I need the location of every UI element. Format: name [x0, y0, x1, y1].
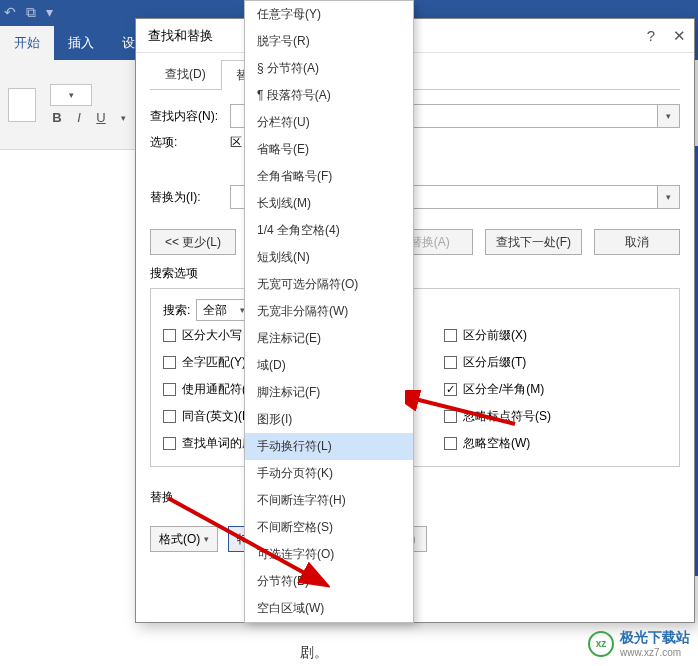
italic-button[interactable]: I [72, 110, 86, 125]
menu-item[interactable]: 手动换行符(L) [245, 433, 413, 460]
find-row: 查找内容(N): ▾ [150, 104, 680, 128]
watermark-logo-icon: xz [588, 631, 614, 657]
find-next-button[interactable]: 查找下一处(F) [485, 229, 582, 255]
replace-section-title: 替换 [150, 489, 680, 506]
dialog-tabs: 查找(D) 替换(P [150, 59, 680, 90]
clipboard-group[interactable] [8, 88, 36, 122]
check-col-left: 区分大小写 全字匹配(Y) 使用通配符( 同音(英文)(K 查找单词的所 [163, 327, 254, 452]
watermark-brand: 极光下载站 [620, 629, 690, 645]
underline-more-icon[interactable]: ▾ [116, 113, 130, 123]
menu-item[interactable]: 域(D) [245, 352, 413, 379]
menu-item[interactable]: 可选连字符(O) [245, 541, 413, 568]
chevron-down-icon: ▾ [204, 534, 209, 544]
check-punctuation[interactable]: 忽略标点符号(S) [444, 408, 551, 425]
repeat-icon[interactable]: ⧉ [26, 4, 36, 21]
menu-item[interactable]: 图形(I) [245, 406, 413, 433]
less-button[interactable]: << 更少(L) [150, 229, 236, 255]
tab-start[interactable]: 开始 [0, 26, 54, 60]
tab-find[interactable]: 查找(D) [150, 59, 221, 89]
menu-item[interactable]: ¶ 段落符号(A) [245, 82, 413, 109]
menu-item[interactable]: 无宽非分隔符(W) [245, 298, 413, 325]
find-history-button[interactable]: ▾ [658, 104, 680, 128]
menu-item[interactable]: 全角省略号(F) [245, 163, 413, 190]
dialog-title: 查找和替换 [148, 27, 213, 45]
menu-item[interactable]: 省略号(E) [245, 136, 413, 163]
check-homophone[interactable]: 同音(英文)(K [163, 408, 254, 425]
check-wordforms[interactable]: 查找单词的所 [163, 435, 254, 452]
check-suffix[interactable]: 区分后缀(T) [444, 354, 551, 371]
menu-item[interactable]: § 分节符(A) [245, 55, 413, 82]
check-case[interactable]: 区分大小写 [163, 327, 254, 344]
menu-item[interactable]: 短划线(N) [245, 244, 413, 271]
menu-item[interactable]: 脱字号(R) [245, 28, 413, 55]
help-button[interactable]: ? [647, 27, 655, 44]
find-label: 查找内容(N): [150, 108, 220, 125]
chevron-down-icon: ▾ [666, 111, 671, 121]
check-wildcard[interactable]: 使用通配符( [163, 381, 254, 398]
menu-item[interactable]: 尾注标记(E) [245, 325, 413, 352]
menu-item[interactable]: 不间断连字符(H) [245, 487, 413, 514]
search-scope-row: 搜索: 全部▾ [163, 299, 667, 321]
quick-access-toolbar: ↶ ⧉ ▾ [4, 4, 53, 21]
menu-item[interactable]: 分栏符(U) [245, 109, 413, 136]
menu-item[interactable]: 无宽可选分隔符(O) [245, 271, 413, 298]
format-button[interactable]: 格式(O)▾ [150, 526, 218, 552]
undo-icon[interactable]: ↶ [4, 4, 16, 21]
check-whole-word[interactable]: 全字匹配(Y) [163, 354, 254, 371]
paste-icon [8, 88, 36, 122]
menu-item[interactable]: 手动分页符(K) [245, 460, 413, 487]
qat-dropdown-icon[interactable]: ▾ [46, 4, 53, 21]
find-replace-dialog: 查找和替换 ? ✕ 查找(D) 替换(P 查找内容(N): ▾ 选项: 区 替换… [135, 18, 695, 623]
tab-insert[interactable]: 插入 [54, 26, 108, 60]
replace-label: 替换为(I): [150, 189, 220, 206]
menu-item[interactable]: 长划线(M) [245, 190, 413, 217]
menu-item[interactable]: 任意字母(Y) [245, 1, 413, 28]
special-format-menu: 任意字母(Y)脱字号(R)§ 分节符(A)¶ 段落符号(A)分栏符(U)省略号(… [244, 0, 414, 623]
watermark-url: www.xz7.com [620, 647, 690, 658]
underline-button[interactable]: U [94, 110, 108, 125]
search-options-group: 搜索: 全部▾ 区分大小写 全字匹配(Y) 使用通配符( 同音(英文)(K 查找… [150, 288, 680, 467]
options-value: 区 [230, 134, 242, 151]
menu-item[interactable]: 脚注标记(F) [245, 379, 413, 406]
close-button[interactable]: ✕ [673, 27, 686, 45]
action-buttons: << 更少(L) 替换(A) 查找下一处(F) 取消 [150, 229, 680, 255]
menu-item[interactable]: 1/4 全角空格(4) [245, 217, 413, 244]
document-text: 剧。 [300, 644, 328, 662]
replace-history-button[interactable]: ▾ [658, 185, 680, 209]
search-scope-select[interactable]: 全部▾ [196, 299, 250, 321]
cancel-button[interactable]: 取消 [594, 229, 680, 255]
check-space[interactable]: 忽略空格(W) [444, 435, 551, 452]
search-options-title: 搜索选项 [150, 265, 680, 282]
menu-item[interactable]: 分节符(B) [245, 568, 413, 595]
format-buttons-row: 格式(O)▾ 特殊格式(E)▾ 不限定格式(T) [150, 526, 680, 552]
check-fullhalf[interactable]: 区分全/半角(M) [444, 381, 551, 398]
checkbox-columns: 区分大小写 全字匹配(Y) 使用通配符( 同音(英文)(K 查找单词的所 区分前… [163, 327, 667, 452]
menu-item[interactable]: 空白区域(W) [245, 595, 413, 622]
menu-item[interactable]: 不间断空格(S) [245, 514, 413, 541]
options-label: 选项: [150, 134, 220, 151]
dialog-titlebar[interactable]: 查找和替换 ? ✕ [136, 19, 694, 53]
options-row: 选项: 区 [150, 134, 680, 151]
check-col-right: 区分前缀(X) 区分后缀(T) 区分全/半角(M) 忽略标点符号(S) 忽略空格… [444, 327, 551, 452]
bold-button[interactable]: B [50, 110, 64, 125]
search-scope-label: 搜索: [163, 302, 190, 319]
check-prefix[interactable]: 区分前缀(X) [444, 327, 551, 344]
replace-row: 替换为(I): ▾ [150, 185, 680, 209]
font-size-select[interactable]: ▾ [50, 84, 92, 106]
watermark: xz 极光下载站 www.xz7.com [588, 629, 690, 658]
chevron-down-icon: ▾ [666, 192, 671, 202]
dialog-body: 查找(D) 替换(P 查找内容(N): ▾ 选项: 区 替换为(I): ▾ <<… [136, 53, 694, 562]
